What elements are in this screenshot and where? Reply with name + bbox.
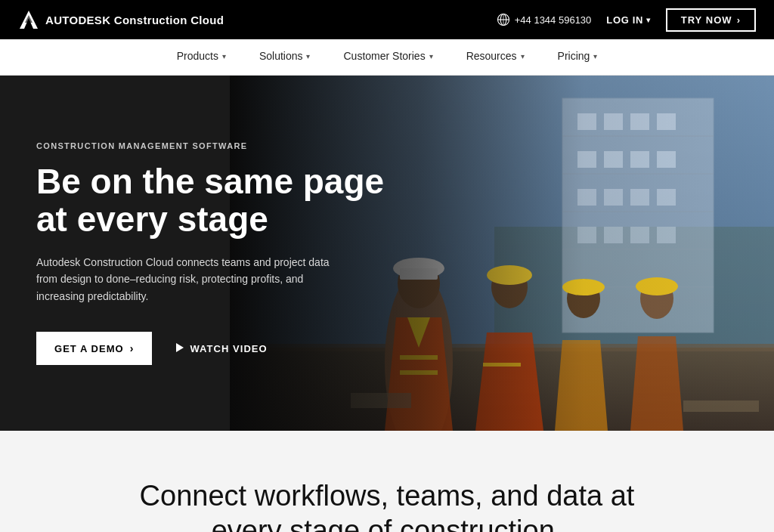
chevron-down-icon: ▾ xyxy=(521,52,525,60)
hero-section: CONSTRUCTION MANAGEMENT SOFTWARE Be on t… xyxy=(0,76,774,431)
get-demo-button[interactable]: GET A DEMO › xyxy=(36,332,152,365)
autodesk-logo-icon xyxy=(18,9,39,30)
hero-eyebrow: CONSTRUCTION MANAGEMENT SOFTWARE xyxy=(36,141,402,150)
hero-title: Be on the same page at every stage xyxy=(36,162,402,239)
brand-name: AUTODESK Construction Cloud xyxy=(45,14,224,26)
chevron-down-icon: ▾ xyxy=(646,16,651,24)
demo-label: GET A DEMO xyxy=(54,343,124,354)
video-label: WATCH VIDEO xyxy=(190,343,267,354)
chevron-down-icon: ▾ xyxy=(593,52,597,60)
hero-content: CONSTRUCTION MANAGEMENT SOFTWARE Be on t… xyxy=(0,76,438,431)
globe-icon xyxy=(497,13,510,26)
nav-item-pricing[interactable]: Pricing ▾ xyxy=(541,39,615,75)
hero-title-line2: at every stage xyxy=(36,200,268,239)
nav-customer-stories-label: Customer Stories xyxy=(343,50,425,62)
nav-item-solutions[interactable]: Solutions ▾ xyxy=(243,39,327,75)
nav-bar: Products ▾ Solutions ▾ Customer Stories … xyxy=(0,39,774,76)
arrow-right-icon: › xyxy=(737,14,741,26)
nav-pricing-label: Pricing xyxy=(558,50,590,62)
connect-title: Connect workflows, teams, and data at ev… xyxy=(122,479,652,532)
try-now-label: TRY NOW xyxy=(681,14,732,26)
play-icon xyxy=(176,343,184,354)
top-bar: AUTODESK Construction Cloud +44 1344 596… xyxy=(0,0,774,39)
nav-solutions-label: Solutions xyxy=(259,50,303,62)
connect-section: Connect workflows, teams, and data at ev… xyxy=(0,431,774,532)
chevron-down-icon: ▾ xyxy=(306,52,310,60)
logo-container[interactable]: AUTODESK Construction Cloud xyxy=(18,9,224,30)
top-bar-right: +44 1344 596130 LOG IN ▾ TRY NOW › xyxy=(497,8,756,32)
try-now-button[interactable]: TRY NOW › xyxy=(666,8,756,32)
nav-item-customer-stories[interactable]: Customer Stories ▾ xyxy=(327,39,449,75)
chevron-down-icon: ▾ xyxy=(429,52,433,60)
login-button[interactable]: LOG IN ▾ xyxy=(606,14,650,26)
nav-resources-label: Resources xyxy=(466,50,517,62)
nav-item-resources[interactable]: Resources ▾ xyxy=(450,39,541,75)
hero-title-line1: Be on the same page xyxy=(36,162,384,201)
nav-item-products[interactable]: Products ▾ xyxy=(160,39,243,75)
phone-number: +44 1344 596130 xyxy=(515,14,592,26)
watch-video-button[interactable]: WATCH VIDEO xyxy=(176,343,267,354)
hero-cta-row: GET A DEMO › WATCH VIDEO xyxy=(36,332,402,365)
login-label: LOG IN xyxy=(606,14,643,26)
hero-subtitle: Autodesk Construction Cloud connects tea… xyxy=(36,254,339,305)
chevron-down-icon: ▾ xyxy=(222,52,226,60)
nav-products-label: Products xyxy=(177,50,218,62)
arrow-right-icon: › xyxy=(130,342,135,354)
phone-container: +44 1344 596130 xyxy=(497,13,592,26)
